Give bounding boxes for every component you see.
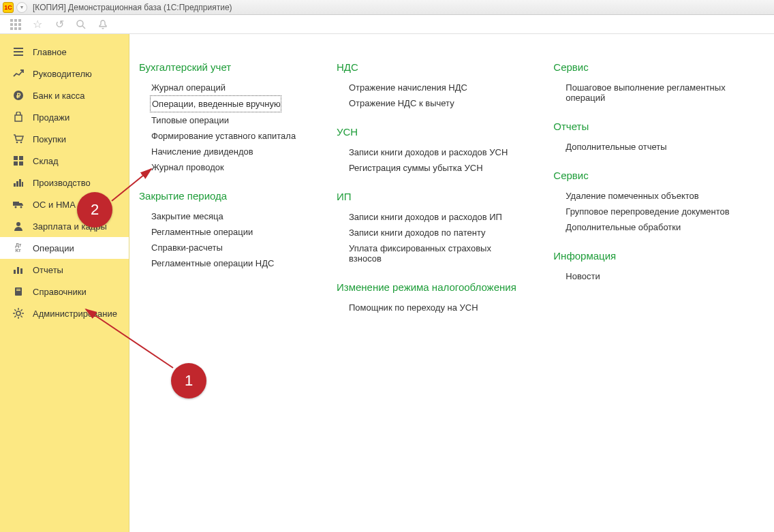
svg-line-35 xyxy=(21,309,22,311)
menu-link[interactable]: Удаление помеченных объектов xyxy=(553,188,767,204)
menu-link[interactable]: Типовые операции xyxy=(139,112,309,128)
sidebar-item-label: Главное xyxy=(33,47,67,57)
menu-link[interactable]: Дополнительные отчеты xyxy=(553,139,767,155)
svg-line-33 xyxy=(21,316,22,317)
ruble-icon: ₽ xyxy=(12,89,25,101)
svg-rect-23 xyxy=(20,268,22,274)
search-icon[interactable] xyxy=(75,18,87,31)
svg-text:₽: ₽ xyxy=(16,92,21,99)
menu-link[interactable]: Пошаговое выполнение регламентных операц… xyxy=(553,80,767,106)
sidebar: ГлавноеРуководителю₽Банк и кассаПродажиП… xyxy=(0,34,129,532)
svg-rect-16 xyxy=(22,182,23,187)
section-header[interactable]: Информация xyxy=(553,250,767,262)
svg-line-1 xyxy=(82,26,85,29)
menu-link[interactable]: Регистрация суммы убытка УСН xyxy=(337,160,526,176)
sidebar-item-6[interactable]: Производство xyxy=(0,172,129,193)
bars-icon xyxy=(12,264,25,276)
section-header[interactable]: УСН xyxy=(337,126,526,138)
bell-icon[interactable] xyxy=(97,18,109,31)
section-header[interactable]: Отчеты xyxy=(553,121,767,132)
menu-link[interactable]: Записи книги доходов и расходов ИП xyxy=(337,209,526,225)
svg-rect-14 xyxy=(16,181,18,187)
svg-rect-10 xyxy=(19,156,23,160)
menu-link[interactable]: Отражение НДС к вычету xyxy=(337,95,526,111)
menu-link[interactable]: Операции, введенные вручную xyxy=(150,95,281,112)
window-title: [КОПИЯ] Демонстрационная база (1С:Предпр… xyxy=(33,3,232,12)
svg-rect-9 xyxy=(14,156,18,160)
menu-link[interactable]: Отражение начисления НДС xyxy=(337,80,526,95)
menu-link[interactable]: Новости xyxy=(553,268,767,284)
book-icon xyxy=(12,285,25,298)
sidebar-item-2[interactable]: ₽Банк и касса xyxy=(0,84,129,106)
svg-point-18 xyxy=(15,206,17,208)
top-toolbar: ☆ ↺ xyxy=(0,15,774,34)
sidebar-item-3[interactable]: Продажи xyxy=(0,106,129,128)
svg-rect-15 xyxy=(19,179,21,187)
menu-link[interactable]: Уплата фиксированных страховых взносов xyxy=(337,240,526,266)
menu-link[interactable]: Журнал операций xyxy=(139,80,309,95)
history-icon[interactable]: ↺ xyxy=(53,18,65,31)
sidebar-item-label: ОС и НМА xyxy=(33,200,76,210)
annotation-badge-1: 1 xyxy=(171,363,206,398)
apps-grid-icon[interactable] xyxy=(10,18,22,31)
person-icon xyxy=(12,220,25,232)
sidebar-item-label: Справочники xyxy=(33,287,87,297)
menu-link[interactable]: Помощник по переходу на УСН xyxy=(337,300,526,315)
sidebar-item-label: Склад xyxy=(33,156,59,166)
svg-rect-25 xyxy=(16,289,20,290)
menu-link[interactable]: Формирование уставного капитала xyxy=(139,128,309,144)
sidebar-item-0[interactable]: Главное xyxy=(0,41,129,63)
svg-rect-11 xyxy=(14,161,18,166)
chart-up-icon xyxy=(12,67,25,80)
menu-link[interactable]: Начисление дивидендов xyxy=(139,144,309,159)
svg-rect-22 xyxy=(17,267,19,274)
menu-link[interactable]: Групповое перепроведение документов xyxy=(553,204,767,219)
dt-kt-icon: ДтКт xyxy=(12,242,25,254)
sidebar-item-10[interactable]: Отчеты xyxy=(0,259,129,281)
sidebar-item-11[interactable]: Справочники xyxy=(0,281,129,302)
menu-link[interactable]: Справки-расчеты xyxy=(139,240,309,255)
sidebar-item-5[interactable]: Склад xyxy=(0,150,129,172)
menu-link[interactable]: Регламентные операции xyxy=(139,224,309,240)
sidebar-item-label: Покупки xyxy=(33,134,66,144)
dropdown-icon[interactable]: ▾ xyxy=(16,2,27,13)
menu-link[interactable]: Записи книги доходов и расходов УСН xyxy=(337,144,526,160)
section-header[interactable]: Бухгалтерский учет xyxy=(139,61,309,73)
section-header[interactable]: ИП xyxy=(337,191,526,202)
truck-icon xyxy=(12,198,25,210)
sidebar-item-label: Администрирование xyxy=(33,309,117,319)
svg-point-19 xyxy=(20,206,22,208)
sidebar-item-label: Производство xyxy=(33,178,91,188)
section-header[interactable]: Сервис xyxy=(553,61,767,73)
svg-point-0 xyxy=(77,20,83,27)
sidebar-item-1[interactable]: Руководителю xyxy=(0,63,129,84)
sidebar-item-label: Операции xyxy=(33,243,74,253)
section-header[interactable]: Сервис xyxy=(553,170,767,181)
svg-rect-13 xyxy=(14,183,16,187)
menu-link[interactable]: Регламентные операции НДС xyxy=(139,255,309,271)
sidebar-item-label: Отчеты xyxy=(33,265,63,275)
app-logo-icon: 1С xyxy=(3,2,14,13)
sidebar-item-9[interactable]: ДтКтОперации xyxy=(0,237,129,259)
content-area: Бухгалтерский учетЖурнал операцийОпераци… xyxy=(129,34,774,532)
section-header[interactable]: Закрытие периода xyxy=(139,190,309,202)
factory-icon xyxy=(12,176,25,189)
menu-link[interactable]: Дополнительные обработки xyxy=(553,219,767,235)
svg-rect-12 xyxy=(19,161,23,166)
boxes-icon xyxy=(12,155,25,167)
star-icon[interactable]: ☆ xyxy=(31,18,44,31)
section-header[interactable]: НДС xyxy=(337,61,526,73)
menu-icon xyxy=(12,46,25,58)
menu-link[interactable]: Закрытие месяца xyxy=(139,208,309,224)
content-col2: НДСОтражение начисления НДСОтражение НДС… xyxy=(337,61,526,525)
annotation-badge-2: 2 xyxy=(77,192,112,228)
section-header[interactable]: Изменение режима налогообложения xyxy=(337,281,526,293)
menu-link[interactable]: Журнал проводок xyxy=(139,159,309,175)
svg-point-8 xyxy=(20,142,22,144)
sidebar-item-12[interactable]: Администрирование xyxy=(0,302,129,324)
sidebar-item-label: Продажи xyxy=(33,112,69,123)
svg-rect-26 xyxy=(16,290,20,291)
menu-link[interactable]: Записи книги доходов по патенту xyxy=(337,225,526,240)
sidebar-item-4[interactable]: Покупки xyxy=(0,128,129,150)
cart-icon xyxy=(12,133,25,145)
